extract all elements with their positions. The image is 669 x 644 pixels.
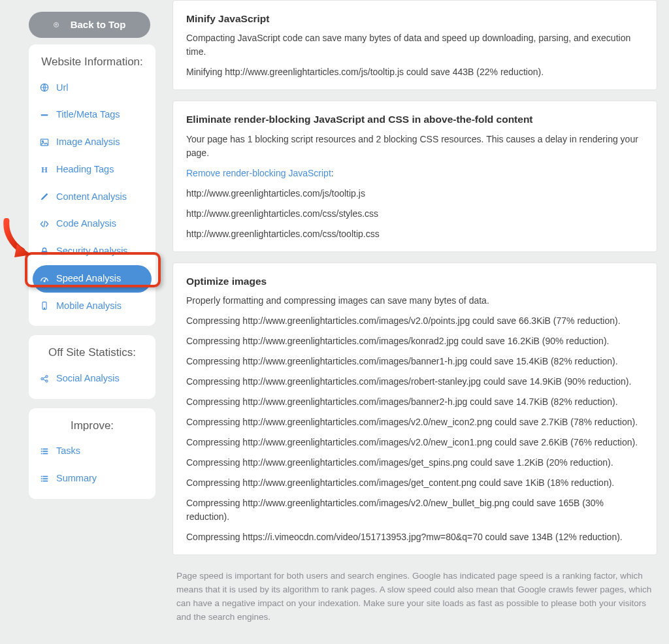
- pencil-icon: [39, 191, 50, 202]
- hyphen-icon: [39, 110, 50, 120]
- svg-point-7: [44, 280, 45, 282]
- sidebar-item-tasks[interactable]: Tasks: [33, 438, 152, 465]
- arrow-up-circle-icon: [54, 20, 64, 30]
- panel-text: Compacting JavaScript code can save many…: [186, 31, 644, 59]
- svg-point-12: [46, 380, 48, 382]
- panel: Optimize imagesProperly formatting and c…: [172, 263, 657, 555]
- panel-heading: Eliminate render-blocking JavaScript and…: [186, 112, 644, 127]
- panel-heading: Optimize images: [186, 274, 644, 289]
- back-to-top-button[interactable]: Back to Top: [29, 12, 150, 38]
- sidebar-item-label: Summary: [56, 472, 97, 486]
- sidebar: Back to Top Website Information:UrlTitle…: [0, 0, 161, 644]
- footer-note: Page speed is important for both users a…: [172, 566, 657, 624]
- sidebar-item-label: Image Analysis: [56, 135, 120, 150]
- share-icon: [39, 374, 50, 384]
- sidebar-group: Off Site Statistics:Social Analysis: [29, 335, 155, 398]
- svg-rect-3: [41, 139, 48, 146]
- panel-text: Minifying http://www.greenlightarticles.…: [186, 65, 644, 79]
- sidebar-item-label: Code Analysis: [56, 217, 116, 231]
- svg-rect-2: [41, 114, 48, 116]
- panel-text: Properly formatting and compressing imag…: [186, 294, 644, 308]
- svg-rect-16: [42, 451, 48, 452]
- svg-rect-17: [41, 453, 42, 455]
- svg-rect-24: [42, 480, 48, 481]
- svg-rect-20: [42, 475, 48, 477]
- panel-text: Compressing http://www.greenlightarticle…: [186, 415, 644, 429]
- svg-rect-15: [41, 451, 42, 452]
- panel-link-suffix: :: [331, 168, 334, 178]
- sidebar-item-label: Content Analysis: [56, 190, 127, 204]
- panel-link[interactable]: Remove render-blocking JavaScript: [186, 168, 331, 178]
- panel-text: http://www.greenlightarticles.com/js/too…: [186, 187, 644, 201]
- sidebar-item-url[interactable]: Url: [33, 74, 152, 102]
- panel-heading: Minify JavaScript: [186, 11, 644, 26]
- panel-text: Compressing http://www.greenlightarticle…: [186, 395, 644, 409]
- sidebar-group: Improve:TasksSummary: [29, 408, 155, 499]
- sidebar-item-image-analysis[interactable]: Image Analysis: [33, 129, 152, 156]
- sidebar-item-mobile-analysis[interactable]: Mobile Analysis: [33, 293, 152, 320]
- image-icon: [39, 137, 50, 148]
- list-icon: [39, 446, 50, 457]
- panel-text: Compressing http://www.greenlightarticle…: [186, 456, 644, 470]
- mobile-icon: [39, 300, 50, 311]
- sidebar-item-label: Mobile Analysis: [56, 299, 122, 314]
- h-icon: H: [39, 165, 50, 175]
- panel: Minify JavaScriptCompacting JavaScript c…: [172, 0, 657, 90]
- svg-text:H: H: [41, 165, 48, 174]
- panel-text: Compressing http://www.greenlightarticle…: [186, 436, 644, 449]
- svg-rect-13: [41, 449, 42, 450]
- svg-point-4: [42, 140, 43, 142]
- svg-rect-18: [42, 453, 48, 455]
- panel-text: Compressing http://www.greenlightarticle…: [186, 334, 644, 348]
- panel-text: Compressing http://www.greenlightarticle…: [186, 476, 644, 490]
- list-icon: [39, 474, 50, 484]
- sidebar-item-security-analysis[interactable]: Security Analysis: [33, 238, 152, 265]
- svg-rect-6: [42, 251, 48, 255]
- sidebar-item-label: Title/Meta Tags: [56, 108, 120, 122]
- panel-text: Compressing http://www.greenlightarticle…: [186, 496, 644, 524]
- sidebar-item-summary[interactable]: Summary: [33, 465, 152, 492]
- sidebar-item-label: Speed Analysis: [56, 272, 121, 286]
- sidebar-group: Website Information:UrlTitle/Meta TagsIm…: [29, 44, 155, 326]
- panel-text: Compressing https://i.vimeocdn.com/video…: [186, 530, 644, 544]
- sidebar-item-title-meta-tags[interactable]: Title/Meta Tags: [33, 101, 152, 129]
- svg-rect-23: [41, 480, 42, 481]
- globe-icon: [39, 82, 50, 93]
- panel-text: http://www.greenlightarticles.com/css/to…: [186, 227, 644, 241]
- panel-text: Compressing http://www.greenlightarticle…: [186, 375, 644, 389]
- panel-text: Compressing http://www.greenlightarticle…: [186, 355, 644, 368]
- sidebar-item-label: Url: [56, 81, 69, 95]
- panel-text: Compressing http://www.greenlightarticle…: [186, 314, 644, 328]
- svg-point-10: [41, 378, 43, 379]
- sidebar-group-heading: Off Site Statistics:: [33, 344, 152, 361]
- panel-text: Your page has 1 blocking script resource…: [186, 133, 644, 160]
- svg-rect-21: [41, 478, 42, 479]
- panel-text: Remove render-blocking JavaScript:: [186, 167, 644, 180]
- panel-text: http://www.greenlightarticles.com/css/st…: [186, 207, 644, 221]
- svg-rect-19: [41, 475, 42, 477]
- sidebar-item-label: Tasks: [56, 444, 80, 459]
- sidebar-item-speed-analysis[interactable]: Speed Analysis: [33, 265, 152, 293]
- sidebar-item-label: Heading Tags: [56, 163, 114, 177]
- lock-icon: [39, 246, 50, 257]
- svg-rect-14: [42, 449, 48, 450]
- gauge-icon: [39, 274, 50, 284]
- sidebar-item-heading-tags[interactable]: HHeading Tags: [33, 156, 152, 184]
- main-content: Minify JavaScriptCompacting JavaScript c…: [161, 0, 669, 644]
- panel: Eliminate render-blocking JavaScript and…: [172, 101, 657, 251]
- sidebar-item-content-analysis[interactable]: Content Analysis: [33, 184, 152, 211]
- svg-point-11: [46, 376, 48, 378]
- sidebar-group-heading: Website Information:: [33, 54, 152, 71]
- back-to-top-label: Back to Top: [71, 18, 126, 33]
- svg-rect-22: [42, 478, 48, 479]
- svg-point-9: [44, 308, 44, 309]
- sidebar-item-social-analysis[interactable]: Social Analysis: [33, 365, 152, 393]
- sidebar-item-label: Social Analysis: [56, 372, 120, 386]
- sidebar-item-label: Security Analysis: [56, 244, 128, 259]
- sidebar-item-code-analysis[interactable]: Code Analysis: [33, 210, 152, 238]
- code-icon: [39, 219, 50, 229]
- sidebar-group-heading: Improve:: [33, 417, 152, 434]
